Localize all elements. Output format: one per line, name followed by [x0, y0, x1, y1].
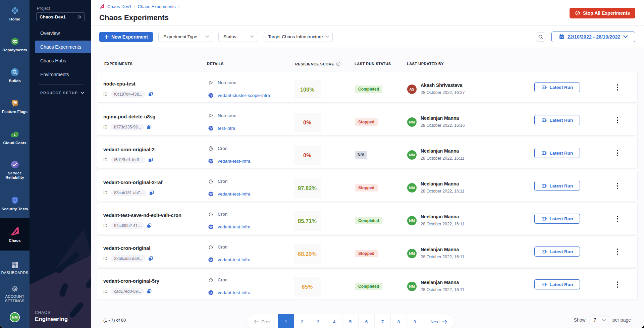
pagination-prev-label: Prev — [261, 319, 271, 324]
copy-icon[interactable] — [148, 256, 153, 261]
sidebar-item-overview[interactable]: Overview — [30, 26, 91, 40]
latest-run-button[interactable]: Latest Run — [534, 214, 580, 224]
copy-icon[interactable] — [147, 223, 152, 228]
stop-all-experiments-button[interactable]: Stop All Experiments — [570, 8, 635, 18]
new-experiment-button[interactable]: New Experiment — [99, 32, 153, 42]
sidebar-item-chaos-experiments[interactable]: Chaos Experiments — [35, 41, 91, 53]
experiment-name[interactable]: nginx-pod-delete-u8sg — [103, 114, 155, 119]
latest-run-button[interactable]: Latest Run — [534, 247, 580, 257]
collapse-icon[interactable] — [77, 15, 82, 19]
copy-icon[interactable] — [148, 157, 153, 163]
rail-item-cloud-costs[interactable]: $ Cloud Costs — [0, 130, 30, 145]
kubernetes-icon — [208, 125, 214, 131]
pagination-page-8[interactable]: 8 — [390, 314, 407, 328]
experiment-row[interactable]: vedant-cron-original-5ry ID: cad17ed0-59… — [97, 268, 638, 300]
rail-item-builds[interactable]: Builds — [0, 68, 30, 83]
experiment-id: ID: f0c187d4-43d... — [103, 91, 153, 98]
latest-run-button[interactable]: Latest Run — [534, 181, 580, 191]
page-size-select[interactable]: 7 — [589, 316, 609, 324]
infrastructure: vedant-cluster-scope-infra — [208, 93, 270, 98]
rail-item-chaos[interactable]: Chaos — [0, 218, 30, 251]
experiment-id-value: b773c335-99... — [111, 124, 144, 130]
copy-icon[interactable] — [148, 92, 153, 97]
row-menu-button[interactable] — [613, 116, 622, 124]
latest-run-button[interactable]: Latest Run — [534, 279, 580, 289]
row-menu-button[interactable] — [613, 280, 622, 289]
pagination-prev-button[interactable]: Prev — [247, 314, 278, 328]
sidebar-item-label: Chaos Hubs — [40, 58, 66, 63]
infrastructure-link[interactable]: vedant-cluster-scope-infra — [218, 93, 270, 98]
project-setup-label: PROJECT SETUP — [40, 91, 78, 95]
project-selector[interactable]: Chaos-Dev1 — [36, 12, 85, 21]
experiment-id: ID: 94cd00b2-41... — [103, 222, 152, 229]
status-badge: Completed — [355, 217, 382, 224]
latest-run-button[interactable]: Latest Run — [534, 148, 580, 158]
pagination-page-9[interactable]: 9 — [407, 314, 423, 328]
infrastructure-link[interactable]: test-infra — [218, 126, 235, 131]
copy-icon[interactable] — [149, 190, 154, 196]
kubernetes-icon — [208, 290, 214, 295]
table-header: EXPERIMENTS DETAILS RESILIENCE SCORE LAS… — [97, 48, 638, 71]
infrastructure-link[interactable]: vedant-test-infra — [218, 224, 251, 229]
row-menu-button[interactable] — [613, 181, 622, 190]
pagination-next-button[interactable]: Next — [423, 314, 454, 328]
target-infrastructure-filter[interactable]: Target Chaos Infrastructure — [264, 32, 333, 42]
pagination-page-5[interactable]: 5 — [342, 314, 358, 328]
experiment-row[interactable]: vedant-cron-original-2-raf ID: 83cab181-… — [97, 170, 638, 201]
row-menu-button[interactable] — [613, 214, 622, 223]
experiment-type-filter[interactable]: Experiment Type — [158, 32, 213, 42]
schedule-type: Non-cron — [208, 113, 236, 118]
experiment-row[interactable]: vedant-cron-original-2 ID: f6d19bc1-fedf… — [97, 137, 638, 168]
infrastructure-link[interactable]: vedant-test-infra — [218, 257, 251, 262]
latest-run-button[interactable]: Latest Run — [534, 115, 580, 125]
pagination-page-7[interactable]: 7 — [374, 314, 390, 328]
pagination-page-6[interactable]: 6 — [358, 314, 374, 328]
row-menu-button[interactable] — [613, 247, 622, 256]
infrastructure-link[interactable]: vedant-test-infra — [218, 159, 251, 164]
experiment-name[interactable]: vedant-cron-original-5ry — [103, 278, 159, 284]
experiment-row[interactable]: vedant-test-save-nd-exit-v8h-cron ID: 94… — [97, 203, 638, 234]
sidebar-item-chaos-hubs[interactable]: Chaos Hubs — [30, 54, 91, 67]
project-label: Project — [37, 6, 50, 11]
experiment-name[interactable]: vedant-cron-original-2 — [103, 147, 155, 152]
copy-icon[interactable] — [147, 124, 152, 130]
experiment-row[interactable]: vedant-cron-original ID: 225fcad5-da9...… — [97, 235, 638, 267]
breadcrumb-project-link[interactable]: Chaos-Dev1 — [107, 4, 131, 9]
pagination-page-3[interactable]: 3 — [310, 314, 326, 328]
latest-run-button[interactable]: Latest Run — [534, 82, 580, 92]
infrastructure-link[interactable]: vedant-test-infra — [218, 290, 251, 295]
pagination-page-1[interactable]: 1 — [278, 314, 294, 328]
pagination-page-4[interactable]: 4 — [326, 314, 342, 328]
search-button[interactable] — [536, 32, 545, 42]
project-setup-toggle[interactable]: PROJECT SETUP — [40, 91, 85, 95]
experiment-name[interactable]: node-cpu-test — [103, 81, 136, 87]
rail-item-home[interactable]: Home — [0, 6, 30, 21]
rail-item-security-tests[interactable]: Security Tests — [0, 196, 30, 211]
pagination-page-2[interactable]: 2 — [294, 314, 310, 328]
rail-item-feature-flags[interactable]: Feature Flags — [0, 99, 30, 114]
row-menu-button[interactable] — [613, 149, 622, 157]
sidebar-item-environments[interactable]: Environments — [30, 67, 91, 81]
status-filter[interactable]: Status — [218, 32, 258, 42]
row-menu-button[interactable] — [613, 83, 622, 92]
experiment-name[interactable]: vedant-cron-original — [103, 245, 150, 251]
infrastructure-link[interactable]: vedant-test-infra — [218, 192, 251, 197]
rail-item-account-settings[interactable]: ACCOUNT SETTINGS — [0, 285, 30, 303]
avatar: NM — [407, 216, 417, 225]
breadcrumb-page-link[interactable]: Chaos Experiments — [138, 4, 175, 9]
experiment-row[interactable]: node-cpu-test ID: f0c187d4-43d... Non-cr… — [97, 71, 638, 103]
rail-item-service-reliability[interactable]: Service Reliability — [0, 160, 30, 180]
rail-item-deployments[interactable]: Deployments — [0, 37, 30, 52]
experiment-row[interactable]: nginx-pod-delete-u8sg ID: b773c335-99...… — [97, 104, 638, 135]
rail-item-label: Home — [9, 17, 20, 21]
info-icon[interactable] — [336, 62, 340, 66]
copy-icon[interactable] — [147, 289, 152, 294]
rail-item-dashboards[interactable]: DASHBOARDS — [0, 261, 30, 275]
sidebar-item-label: Chaos Experiments — [40, 44, 81, 50]
user-avatar[interactable]: NM — [10, 312, 20, 322]
experiment-name[interactable]: vedant-test-save-nd-exit-v8h-cron — [103, 213, 181, 218]
experiment-id: ID: cad17ed0-59... — [103, 288, 152, 295]
new-experiment-label: New Experiment — [111, 34, 148, 40]
date-range-picker[interactable]: 22/10/2022 - 28/10/2022 — [551, 32, 635, 42]
experiment-name[interactable]: vedant-cron-original-2-raf — [103, 180, 162, 185]
